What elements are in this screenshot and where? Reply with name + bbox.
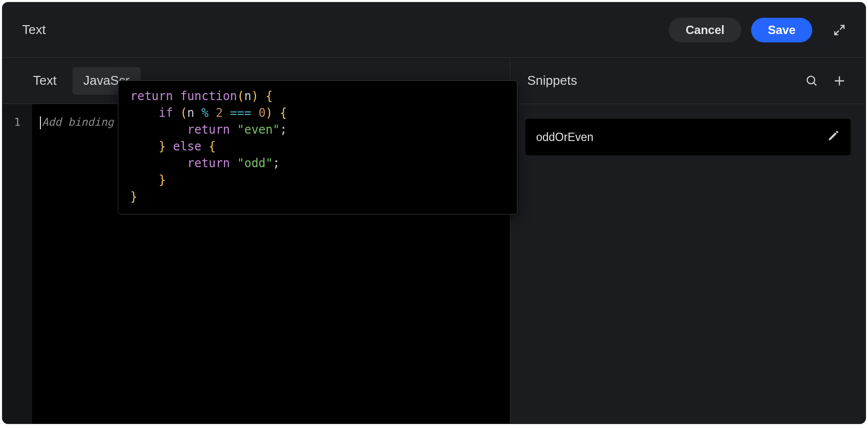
line-number: 1 — [2, 116, 32, 128]
pencil-icon[interactable] — [827, 129, 840, 145]
modal-shell: Text Cancel Save Text JavaScr 1 Add bind… — [2, 2, 866, 424]
cancel-button[interactable]: Cancel — [669, 18, 741, 42]
right-panel: Snippets oddOrEven — [510, 58, 866, 424]
svg-line-1 — [814, 82, 817, 85]
tab-text[interactable]: Text — [22, 67, 68, 95]
editor-placeholder: Add binding — [42, 116, 114, 128]
add-icon[interactable] — [828, 70, 851, 92]
page-title: Text — [22, 22, 46, 37]
snippets-header: Snippets — [510, 58, 866, 104]
snippet-name: oddOrEven — [536, 131, 593, 144]
search-icon[interactable] — [800, 70, 823, 92]
save-button[interactable]: Save — [751, 18, 812, 42]
snippet-item[interactable]: oddOrEven — [525, 119, 851, 155]
modal-header: Text Cancel Save — [2, 2, 866, 58]
svg-point-0 — [807, 76, 815, 83]
text-cursor — [40, 116, 41, 129]
snippets-list: oddOrEven — [510, 104, 866, 155]
snippets-title: Snippets — [527, 73, 796, 88]
expand-icon[interactable] — [827, 18, 852, 42]
code-tooltip: return function(n) { if (n % 2 === 0) { … — [118, 80, 517, 214]
editor-gutter: 1 — [2, 104, 32, 424]
